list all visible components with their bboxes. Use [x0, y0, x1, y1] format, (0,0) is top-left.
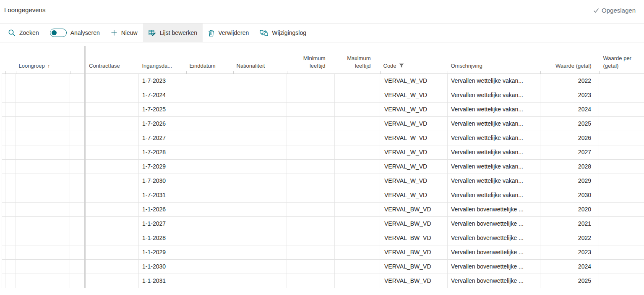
cell-gutter[interactable]: [2, 202, 5, 216]
cell-code[interactable]: VERVAL_BW_VD: [380, 245, 448, 259]
cell-min_leeftijd[interactable]: [287, 74, 335, 88]
header-code[interactable]: Code: [380, 46, 448, 74]
cell-contractfase[interactable]: [85, 131, 139, 145]
cell-select[interactable]: [5, 131, 16, 145]
cell-gutter[interactable]: [2, 188, 5, 202]
header-omschrijving[interactable]: Omschrijving: [448, 46, 540, 74]
cell-ingangsdatum[interactable]: 1-1-2027: [139, 216, 186, 231]
cell-gutter[interactable]: [2, 274, 5, 288]
cell-contractfase[interactable]: [85, 202, 139, 216]
cell-contractfase[interactable]: [85, 188, 139, 202]
cell-extra[interactable]: [70, 259, 85, 274]
cell-waarde[interactable]: 2024: [540, 102, 599, 116]
table-row[interactable]: 1-7-2023VERVAL_W_VDVervallen wettelijke …: [2, 74, 644, 88]
cell-nationaliteit[interactable]: [233, 159, 287, 174]
cell-extra[interactable]: [70, 131, 85, 145]
cell-select[interactable]: [5, 216, 16, 231]
cell-einddatum[interactable]: [186, 102, 233, 116]
cell-min_leeftijd[interactable]: [287, 202, 335, 216]
cell-einddatum[interactable]: [186, 245, 233, 259]
cell-nationaliteit[interactable]: [233, 116, 287, 131]
cell-waarde[interactable]: 2026: [540, 131, 599, 145]
cell-ingangsdatum[interactable]: 1-7-2025: [139, 102, 186, 116]
cell-min_leeftijd[interactable]: [287, 131, 335, 145]
cell-gutter[interactable]: [2, 245, 5, 259]
cell-contractfase[interactable]: [85, 231, 139, 245]
cell-contractfase[interactable]: [85, 145, 139, 159]
cell-select[interactable]: [5, 159, 16, 174]
cell-code[interactable]: VERVAL_BW_VD: [380, 216, 448, 231]
cell-waarde[interactable]: 2025: [540, 116, 599, 131]
cell-einddatum[interactable]: [186, 145, 233, 159]
cell-loongroep[interactable]: [16, 88, 70, 102]
cell-ingangsdatum[interactable]: 1-7-2031: [139, 188, 186, 202]
cell-extra[interactable]: [70, 159, 85, 174]
cell-code[interactable]: VERVAL_BW_VD: [380, 259, 448, 274]
header-min-leeftijd[interactable]: Minimum leeftijd: [287, 46, 335, 74]
cell-ingangsdatum[interactable]: 1-7-2029: [139, 159, 186, 174]
cell-min_leeftijd[interactable]: [287, 174, 335, 188]
cell-code[interactable]: VERVAL_W_VD: [380, 145, 448, 159]
header-nationaliteit[interactable]: Nationaliteit: [233, 46, 287, 74]
cell-extra[interactable]: [70, 274, 85, 288]
cell-max_leeftijd[interactable]: [335, 259, 380, 274]
analyze-toggle-group[interactable]: Analyseren: [44, 24, 105, 42]
cell-einddatum[interactable]: [186, 174, 233, 188]
cell-waarde_per[interactable]: [599, 231, 644, 245]
cell-extra[interactable]: [70, 188, 85, 202]
table-row[interactable]: 1-7-2026VERVAL_W_VDVervallen wettelijke …: [2, 116, 644, 131]
cell-min_leeftijd[interactable]: [287, 188, 335, 202]
cell-loongroep[interactable]: [16, 188, 70, 202]
cell-min_leeftijd[interactable]: [287, 259, 335, 274]
cell-loongroep[interactable]: [16, 116, 70, 131]
cell-code[interactable]: VERVAL_W_VD: [380, 88, 448, 102]
cell-extra[interactable]: [70, 202, 85, 216]
cell-omschrijving[interactable]: Vervallen bovenwettelijke ...: [448, 245, 540, 259]
cell-min_leeftijd[interactable]: [287, 159, 335, 174]
cell-omschrijving[interactable]: Vervallen wettelijke vakan...: [448, 131, 540, 145]
cell-max_leeftijd[interactable]: [335, 231, 380, 245]
cell-select[interactable]: [5, 88, 16, 102]
cell-max_leeftijd[interactable]: [335, 74, 380, 88]
cell-einddatum[interactable]: [186, 74, 233, 88]
cell-loongroep[interactable]: [16, 102, 70, 116]
cell-ingangsdatum[interactable]: 1-1-2031: [139, 274, 186, 288]
cell-waarde_per[interactable]: [599, 188, 644, 202]
analyze-toggle[interactable]: [50, 29, 67, 37]
cell-contractfase[interactable]: [85, 274, 139, 288]
cell-max_leeftijd[interactable]: [335, 202, 380, 216]
cell-einddatum[interactable]: [186, 202, 233, 216]
cell-waarde_per[interactable]: [599, 202, 644, 216]
cell-min_leeftijd[interactable]: [287, 274, 335, 288]
edit-list-button[interactable]: Lijst bewerken: [143, 24, 203, 42]
cell-gutter[interactable]: [2, 102, 5, 116]
cell-omschrijving[interactable]: Vervallen bovenwettelijke ...: [448, 274, 540, 288]
cell-loongroep[interactable]: [16, 274, 70, 288]
header-waarde[interactable]: Waarde (getal): [540, 46, 599, 74]
cell-waarde[interactable]: 2022: [540, 74, 599, 88]
cell-gutter[interactable]: [2, 116, 5, 131]
cell-contractfase[interactable]: [85, 102, 139, 116]
cell-contractfase[interactable]: [85, 116, 139, 131]
cell-waarde_per[interactable]: [599, 274, 644, 288]
cell-loongroep[interactable]: [16, 245, 70, 259]
table-row[interactable]: 1-1-2026VERVAL_BW_VDVervallen bovenwette…: [2, 202, 644, 216]
table-row[interactable]: 1-7-2031VERVAL_W_VDVervallen wettelijke …: [2, 188, 644, 202]
cell-code[interactable]: VERVAL_W_VD: [380, 159, 448, 174]
cell-max_leeftijd[interactable]: [335, 88, 380, 102]
table-row[interactable]: 1-7-2029VERVAL_W_VDVervallen wettelijke …: [2, 159, 644, 174]
cell-gutter[interactable]: [2, 145, 5, 159]
cell-max_leeftijd[interactable]: [335, 188, 380, 202]
cell-min_leeftijd[interactable]: [287, 231, 335, 245]
cell-waarde_per[interactable]: [599, 216, 644, 231]
cell-code[interactable]: VERVAL_BW_VD: [380, 274, 448, 288]
cell-max_leeftijd[interactable]: [335, 145, 380, 159]
cell-omschrijving[interactable]: Vervallen wettelijke vakan...: [448, 116, 540, 131]
cell-min_leeftijd[interactable]: [287, 145, 335, 159]
cell-code[interactable]: VERVAL_BW_VD: [380, 202, 448, 216]
cell-extra[interactable]: [70, 145, 85, 159]
cell-ingangsdatum[interactable]: 1-7-2024: [139, 88, 186, 102]
cell-max_leeftijd[interactable]: [335, 245, 380, 259]
header-max-leeftijd[interactable]: Maximum leeftijd: [335, 46, 380, 74]
cell-contractfase[interactable]: [85, 74, 139, 88]
